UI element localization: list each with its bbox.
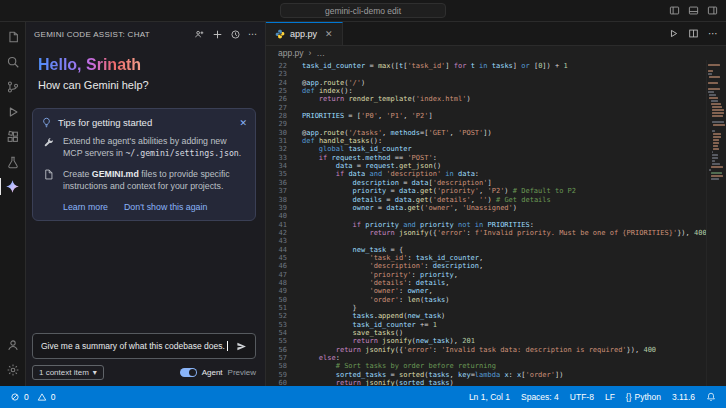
language-mode[interactable]: {}Python	[626, 392, 661, 402]
chevron-down-icon: ▾	[93, 368, 97, 377]
errors-count[interactable]: 0	[24, 392, 29, 402]
more-actions-icon[interactable]: ⋯	[708, 29, 718, 39]
line-numbers[interactable]: 2223242526272829303132333435363738394041…	[266, 60, 296, 386]
close-icon[interactable]: ✕	[239, 118, 247, 128]
chat-input-value: Give me a summary of what this codebase …	[41, 341, 225, 351]
share-session-icon[interactable]	[194, 29, 205, 40]
source-control-icon[interactable]	[0, 74, 26, 99]
title-bar: gemini-cli-demo edit	[0, 0, 726, 22]
chat-input[interactable]: Give me a summary of what this codebase …	[32, 333, 256, 359]
warnings-count[interactable]: 0	[51, 392, 56, 402]
wrench-icon	[43, 135, 55, 160]
tip-text: Create GEMINI.md files to provide specif…	[63, 168, 245, 193]
text-cursor	[227, 341, 228, 351]
tip-text: Extend the agent's abilities by adding n…	[63, 135, 245, 160]
toggle-sidebar-icon[interactable]	[669, 5, 680, 16]
workbench: GEMINI CODE ASSIST: CHAT ⋯ Hello, Srinat…	[0, 22, 726, 386]
greeting-text: Hello, Srinath	[38, 56, 141, 74]
extensions-icon[interactable]	[0, 124, 26, 149]
tab-close-icon[interactable]: ✕	[325, 29, 333, 39]
search-icon[interactable]	[0, 49, 26, 74]
breadcrumb-chevron-icon: ›	[309, 48, 312, 58]
window-title: gemini-cli-demo edit	[325, 6, 401, 16]
tip-item-mcp: Extend the agent's abilities by adding n…	[41, 131, 247, 164]
python-file-icon	[275, 29, 285, 39]
status-bar: 0 0 Ln 1, Col 1 Spaces: 4 UTF-8 LF {}Pyt…	[0, 386, 726, 408]
tab-label: app.py	[290, 29, 317, 39]
cursor-position[interactable]: Ln 1, Col 1	[469, 392, 510, 402]
settings-gear-icon[interactable]	[0, 357, 26, 382]
explorer-icon[interactable]	[0, 24, 26, 49]
command-center[interactable]: gemini-cli-demo edit	[280, 3, 446, 18]
dismiss-link[interactable]: Don't show this again	[124, 202, 207, 212]
code-editor[interactable]: 2223242526272829303132333435363738394041…	[266, 60, 726, 386]
account-icon[interactable]	[0, 332, 26, 357]
chat-panel-title: GEMINI CODE ASSIST: CHAT	[34, 30, 194, 39]
learn-more-link[interactable]: Learn more	[63, 202, 108, 212]
tab-bar: app.py ✕ ⋯	[266, 22, 726, 46]
settings-path: ~/.gemini/settings.json	[125, 148, 238, 158]
greeting-subtitle: How can Gemini help?	[38, 79, 253, 91]
errors-icon[interactable]	[10, 392, 20, 402]
file-icon	[43, 168, 55, 193]
braces-icon: {}	[626, 392, 632, 402]
tips-card: Tips for getting started ✕ Extend the ag…	[32, 108, 256, 221]
toggle-secondary-sidebar-icon[interactable]	[707, 5, 718, 16]
new-chat-icon[interactable]	[212, 29, 223, 40]
toggle-panel-icon[interactable]	[688, 5, 699, 16]
run-python-file-icon[interactable]	[668, 28, 679, 39]
agent-mode-toggle[interactable]	[180, 368, 197, 377]
warnings-icon[interactable]	[37, 392, 47, 402]
python-interpreter[interactable]: 3.11.6	[672, 392, 695, 402]
minimap[interactable]	[706, 60, 726, 386]
preview-badge: Preview	[228, 368, 256, 377]
testing-icon[interactable]	[0, 149, 26, 174]
split-editor-icon[interactable]	[688, 28, 699, 39]
more-actions-icon[interactable]: ⋯	[248, 30, 257, 39]
breadcrumb[interactable]: app.py › …	[266, 46, 726, 60]
code-lines[interactable]: task_id_counter = max([t['task_id'] for …	[296, 60, 706, 386]
editor-group: app.py ✕ ⋯ app.py › …	[266, 22, 726, 386]
eol-sequence[interactable]: LF	[605, 392, 615, 402]
chat-panel-header: GEMINI CODE ASSIST: CHAT ⋯	[26, 22, 265, 46]
agent-mode-label: Agent	[202, 368, 223, 377]
send-icon[interactable]	[236, 341, 247, 352]
gemini-chat-panel: GEMINI CODE ASSIST: CHAT ⋯ Hello, Srinat…	[26, 22, 266, 386]
gemini-md-filename: GEMINI.md	[92, 169, 139, 179]
tip-item-gemini-md: Create GEMINI.md files to provide specif…	[41, 164, 247, 197]
activity-bar	[0, 22, 26, 386]
context-items-chip[interactable]: 1 context item ▾	[32, 365, 104, 380]
vscode-window: gemini-cli-demo edit	[0, 0, 726, 408]
tab-app-py[interactable]: app.py ✕	[266, 22, 343, 45]
history-icon[interactable]	[230, 29, 241, 40]
indentation[interactable]: Spaces: 4	[521, 392, 559, 402]
encoding[interactable]: UTF-8	[570, 392, 594, 402]
tips-title: Tips for getting started	[58, 117, 152, 128]
run-debug-icon[interactable]	[0, 99, 26, 124]
notifications-bell-icon[interactable]	[706, 392, 716, 402]
chat-input-area: Give me a summary of what this codebase …	[26, 333, 265, 386]
lightbulb-icon	[41, 117, 52, 128]
gemini-code-assist-icon[interactable]	[0, 174, 26, 199]
